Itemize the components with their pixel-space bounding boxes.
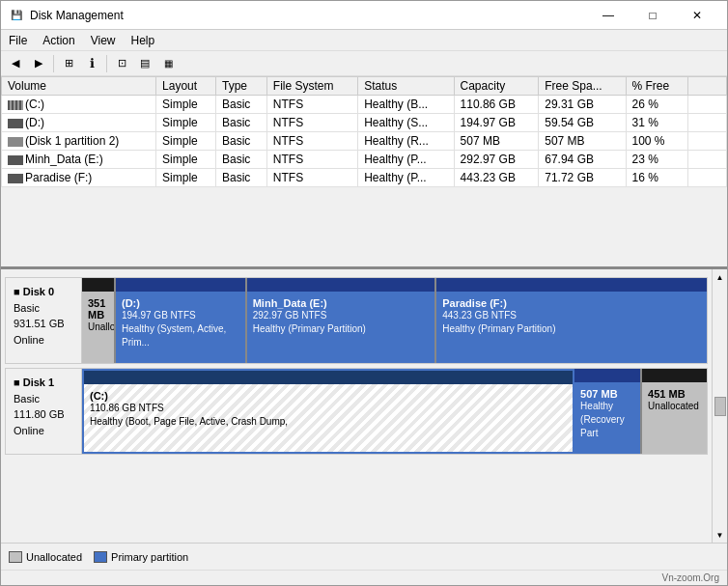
volume-table: Volume Layout Type File System Status Ca… <box>1 76 727 187</box>
minimize-button[interactable]: — <box>586 1 630 30</box>
disk1-recovery[interactable]: 507 MB Healthy (Recovery Part <box>574 369 642 454</box>
col-volume[interactable]: Volume <box>2 77 156 96</box>
cell-fs: NTFS <box>266 151 357 169</box>
cell-volume: Paradise (F:) <box>2 169 156 187</box>
cell-status: Healthy (S... <box>358 114 454 132</box>
cell-pct: 100 % <box>626 132 688 151</box>
table-row[interactable]: (C:) Simple Basic NTFS Healthy (B... 110… <box>2 96 727 114</box>
app-icon: 💾 <box>9 8 24 23</box>
cell-capacity: 443.23 GB <box>454 169 539 187</box>
main-content: Volume Layout Type File System Status Ca… <box>1 76 727 585</box>
info-button[interactable]: ℹ <box>81 53 102 74</box>
disk-management-window: 💾 Disk Management — □ ✕ File Action View… <box>0 0 728 586</box>
cell-free: 71.72 GB <box>539 169 626 187</box>
close-button[interactable]: ✕ <box>675 1 719 30</box>
cell-layout: Simple <box>156 151 216 169</box>
disk-map-inner: ■ Disk 0 Basic 931.51 GB Online 351 MB U… <box>1 269 712 543</box>
cell-volume: (D:) <box>2 114 156 132</box>
cell-type: Basic <box>216 132 267 151</box>
scroll-thumb[interactable] <box>714 397 726 416</box>
cell-capacity: 110.86 GB <box>454 96 539 114</box>
watermark: Vn-zoom.Org <box>1 570 727 585</box>
cell-pct: 31 % <box>626 114 688 132</box>
disk1-status: Online <box>14 423 73 439</box>
cell-extra <box>688 169 727 187</box>
cell-volume: (Disk 1 partition 2) <box>2 132 156 151</box>
legend-primary-label: Primary partition <box>111 551 188 563</box>
disk1-partitions: (C:) 110.86 GB NTFSHealthy (Boot, Page F… <box>82 368 708 455</box>
separator-1 <box>53 55 54 72</box>
cell-fs: NTFS <box>266 96 357 114</box>
disk1-unallocated[interactable]: 451 MB Unallocated <box>642 369 707 454</box>
disk0-name: ■ Disk 0 <box>14 284 73 300</box>
detail-button[interactable]: ▤ <box>134 53 155 74</box>
cell-status: Healthy (P... <box>358 169 454 187</box>
cell-fs: NTFS <box>266 114 357 132</box>
menu-view[interactable]: View <box>83 32 124 49</box>
title-buttons: — □ ✕ <box>586 1 719 30</box>
disk0-size: 931.51 GB <box>14 316 73 332</box>
cell-type: Basic <box>216 169 267 187</box>
cell-extra <box>688 96 727 114</box>
cell-fs: NTFS <box>266 132 357 151</box>
toolbar: ◀ ▶ ⊞ ℹ ⊡ ▤ ▦ <box>1 51 727 76</box>
table-row[interactable]: Minh_Data (E:) Simple Basic NTFS Healthy… <box>2 151 727 169</box>
properties-button[interactable]: ▦ <box>157 53 179 74</box>
disk0-unallocated[interactable]: 351 MB Unallocated <box>82 278 116 363</box>
maximize-button[interactable]: □ <box>630 1 675 30</box>
cell-layout: Simple <box>156 132 216 151</box>
disk0-row: ■ Disk 0 Basic 931.51 GB Online 351 MB U… <box>5 277 708 364</box>
legend-unalloc-box <box>9 551 22 563</box>
forward-button[interactable]: ▶ <box>28 53 49 74</box>
cell-type: Basic <box>216 114 267 132</box>
blue-header-f <box>436 278 707 292</box>
table-row[interactable]: Paradise (F:) Simple Basic NTFS Healthy … <box>2 169 727 187</box>
legend-primary: Primary partition <box>94 551 188 563</box>
disk1-type: Basic <box>14 391 73 407</box>
menu-help[interactable]: Help <box>124 32 163 49</box>
separator-2 <box>106 55 107 72</box>
menu-action[interactable]: Action <box>35 32 82 49</box>
back-button[interactable]: ◀ <box>5 53 26 74</box>
dark-header <box>82 278 114 292</box>
cell-layout: Simple <box>156 114 216 132</box>
cell-type: Basic <box>216 96 267 114</box>
disk0-e[interactable]: Minh_Data (E:) 292.97 GB NTFSHealthy (Pr… <box>247 278 437 363</box>
table-row[interactable]: (D:) Simple Basic NTFS Healthy (S... 194… <box>2 114 727 132</box>
cell-status: Healthy (B... <box>358 96 454 114</box>
cell-extra <box>688 151 727 169</box>
blue-header-d <box>116 278 245 292</box>
disk1-label: ■ Disk 1 Basic 111.80 GB Online <box>5 368 82 455</box>
disk0-f[interactable]: Paradise (F:) 443.23 GB NTFSHealthy (Pri… <box>436 278 707 363</box>
cell-free: 29.31 GB <box>539 96 626 114</box>
cell-status: Healthy (R... <box>358 132 454 151</box>
legend: Unallocated Primary partition <box>1 543 727 570</box>
col-filesystem[interactable]: File System <box>266 77 357 96</box>
col-pctfree[interactable]: % Free <box>626 77 688 96</box>
col-type[interactable]: Type <box>216 77 267 96</box>
col-status[interactable]: Status <box>358 77 454 96</box>
cell-pct: 23 % <box>626 151 688 169</box>
col-layout[interactable]: Layout <box>156 77 216 96</box>
list-button[interactable]: ⊡ <box>111 53 132 74</box>
cell-pct: 16 % <box>626 169 688 187</box>
disk1-c[interactable]: (C:) 110.86 GB NTFSHealthy (Boot, Page F… <box>82 369 574 454</box>
right-scrollbar: ▲ ▼ <box>712 269 727 543</box>
disk0-d[interactable]: (D:) 194.97 GB NTFSHealthy (System, Acti… <box>116 278 247 363</box>
cell-status: Healthy (P... <box>358 151 454 169</box>
grid-button[interactable]: ⊞ <box>58 53 79 74</box>
disk0-partitions: 351 MB Unallocated (D:) 194.97 GB NTFSHe… <box>82 277 708 364</box>
cell-free: 59.54 GB <box>539 114 626 132</box>
col-freespace[interactable]: Free Spa... <box>539 77 626 96</box>
cell-type: Basic <box>216 151 267 169</box>
scroll-down[interactable]: ▼ <box>713 527 728 543</box>
col-capacity[interactable]: Capacity <box>454 77 539 96</box>
table-row[interactable]: (Disk 1 partition 2) Simple Basic NTFS H… <box>2 132 727 151</box>
volume-table-section: Volume Layout Type File System Status Ca… <box>1 76 727 269</box>
cell-layout: Simple <box>156 169 216 187</box>
cell-free: 507 MB <box>539 132 626 151</box>
scroll-up[interactable]: ▲ <box>713 269 728 285</box>
legend-unallocated: Unallocated <box>9 551 82 563</box>
cell-layout: Simple <box>156 96 216 114</box>
menu-file[interactable]: File <box>1 32 35 49</box>
